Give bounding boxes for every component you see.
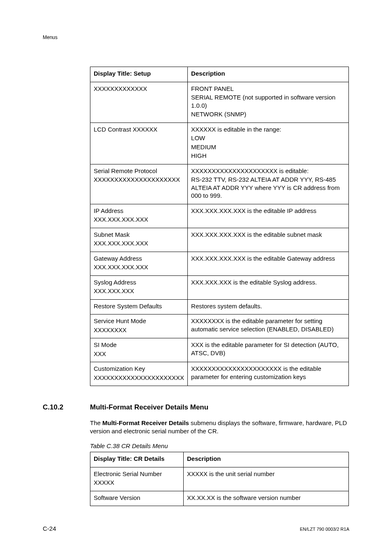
table-row: Customization KeyXXXXXXXXXXXXXXXXXXXXXXX… — [90, 362, 349, 386]
table-cell-line: XXXXXXXXXXXXXXXXXXXXXX — [94, 374, 184, 382]
table-cell-line: Service Hunt Mode — [94, 317, 184, 325]
table-cell: XXX is the editable parameter for SI det… — [188, 338, 349, 362]
table-cell-line: XXXXXXXXXXXXXXXXXXXXX is editable: — [191, 167, 345, 175]
table2-header-col1: Display Title: CR Details — [90, 452, 184, 467]
table-cell-line: Serial Remote Protocol — [94, 167, 184, 175]
table-row: Software VersionXX.XX.XX is the software… — [90, 491, 349, 506]
table-row: Serial Remote ProtocolXXXXXXXXXXXXXXXXXX… — [90, 164, 349, 204]
table-cell: XXXXXX is editable in the range:LOWMEDIU… — [188, 123, 349, 164]
table-cell-line: XXXXXXXX — [94, 326, 184, 334]
table-cell: SI ModeXXX — [90, 338, 188, 362]
table1-header-col1: Display Title: Setup — [90, 67, 188, 82]
cr-details-table: Display Title: CR Details Description El… — [90, 452, 349, 506]
table-row: Syslog AddressXXX.XXX.XXXXXX.XXX.XXX is … — [90, 275, 349, 299]
table-cell-line: SI Mode — [94, 341, 184, 349]
table-cell-line: IP Address — [94, 207, 184, 215]
section-title: Multi-Format Receiver Details Menu — [90, 403, 208, 412]
table-cell-line: Software Version — [94, 494, 180, 502]
table-cell: XXX.XXX.XXX.XXX is the editable Gateway … — [188, 252, 349, 275]
table-cell-line: XXX.XXX.XXX.XXX — [94, 215, 184, 224]
table-cell-line: Gateway Address — [94, 254, 184, 263]
table-cell-line: XXXXXXXXXXXXX — [94, 85, 184, 93]
table-row: IP AddressXXX.XXX.XXX.XXXXXX.XXX.XXX.XXX… — [90, 204, 349, 228]
intro-bold: Multi-Format Receiver Details — [102, 419, 189, 426]
setup-table: Display Title: Setup Description XXXXXXX… — [90, 67, 349, 386]
table1-header-col2: Description — [188, 67, 349, 82]
table-cell-line: XXX — [94, 350, 184, 358]
page-number: C-24 — [43, 525, 56, 532]
table-cell-line: XXX is the editable parameter for SI det… — [191, 341, 345, 357]
table-cell-line: XXX.XXX.XXX.XXX — [94, 263, 184, 271]
table-cell: IP AddressXXX.XXX.XXX.XXX — [90, 204, 188, 228]
table-cell-line: LOW — [191, 134, 345, 142]
table-cell-line: Subnet Mask — [94, 231, 184, 239]
table-cell: XXXXXXXXXXXXX — [90, 82, 188, 123]
table-cell: LCD Contrast XXXXXX — [90, 123, 188, 164]
table-cell-line: XXX.XXX.XXX.XXX — [94, 239, 184, 247]
table-cell: FRONT PANELSERIAL REMOTE (not supported … — [188, 82, 349, 123]
table-row: Service Hunt ModeXXXXXXXXXXXXXXXX is the… — [90, 314, 349, 338]
table-row: Subnet MaskXXX.XXX.XXX.XXXXXX.XXX.XXX.XX… — [90, 228, 349, 252]
table-cell-line: XXX.XXX.XXX.XXX is the editable subnet m… — [191, 231, 345, 239]
table-cell-line: XXXXXXXXXXXXXXXXXXXXX — [94, 176, 184, 184]
table-row: LCD Contrast XXXXXXXXXXXX is editable in… — [90, 123, 349, 164]
table-cell: XXX.XXX.XXX is the editable Syslog addre… — [188, 275, 349, 299]
table-cell-line: Syslog Address — [94, 278, 184, 287]
table-cell-line: LCD Contrast XXXXXX — [94, 125, 184, 134]
table-cell: Subnet MaskXXX.XXX.XXX.XXX — [90, 228, 188, 252]
table-cell: Syslog AddressXXX.XXX.XXX — [90, 275, 188, 299]
table-cell-line: XXX.XXX.XXX.XXX is the editable Gateway … — [191, 254, 345, 263]
table-cell-line: XXX.XXX.XXX is the editable Syslog addre… — [191, 278, 345, 287]
table2-caption: Table C.38 CR Details Menu — [90, 442, 349, 449]
table-cell: XXXXXXXXXXXXXXXXXXXXX is editable:RS-232… — [188, 164, 349, 204]
table-cell-line: MEDIUM — [191, 143, 345, 151]
table-cell: Service Hunt ModeXXXXXXXX — [90, 314, 188, 338]
table-cell-line: XXXXXX is editable in the range: — [191, 125, 345, 134]
table-cell-line: HIGH — [191, 152, 345, 160]
table-row: Restore System DefaultsRestores system d… — [90, 299, 349, 314]
table-cell: XX.XX.XX is the software version number — [184, 491, 349, 506]
table-cell-line: Restore System Defaults — [94, 302, 184, 310]
table-cell-line: XXXXX — [94, 479, 180, 487]
table-cell: Restore System Defaults — [90, 299, 188, 314]
table-cell: XXX.XXX.XXX.XXX is the editable IP addre… — [188, 204, 349, 228]
table-cell-line: XXXXXXXXXXXXXXXXXXXXXX is the editable p… — [191, 365, 345, 381]
table-cell: Electronic Serial NumberXXXXX — [90, 467, 184, 491]
table-cell-line: NETWORK (SNMP) — [191, 110, 345, 118]
intro-prefix: The — [90, 419, 102, 426]
section-number: C.10.2 — [43, 403, 90, 412]
section-intro: The Multi-Format Receiver Details submen… — [90, 419, 349, 435]
table-cell-line: Restores system defaults. — [191, 302, 345, 310]
table-row: Gateway AddressXXX.XXX.XXX.XXXXXX.XXX.XX… — [90, 252, 349, 275]
table-cell: Serial Remote ProtocolXXXXXXXXXXXXXXXXXX… — [90, 164, 188, 204]
table-cell: XXXXX is the unit serial number — [184, 467, 349, 491]
breadcrumb: Menus — [43, 35, 58, 40]
table-row: Electronic Serial NumberXXXXXXXXXX is th… — [90, 467, 349, 491]
table-cell-line: RS-232 TTV, RS-232 ALTEIA AT ADDR YYY, R… — [191, 176, 345, 200]
table-cell-line: Electronic Serial Number — [94, 470, 180, 478]
table-cell: Software Version — [90, 491, 184, 506]
table-row: SI ModeXXXXXX is the editable parameter … — [90, 338, 349, 362]
table-cell-line: SERIAL REMOTE (not supported in software… — [191, 93, 345, 109]
table2-header-col2: Description — [184, 452, 349, 467]
table-cell-line: XXXXXXXX is the editable parameter for s… — [191, 317, 345, 333]
table-cell-line: Customization Key — [94, 365, 184, 373]
table-cell: Restores system defaults. — [188, 299, 349, 314]
table-cell: XXXXXXXXXXXXXXXXXXXXXX is the editable p… — [188, 362, 349, 386]
table-cell-line: XXX.XXX.XXX.XXX is the editable IP addre… — [191, 207, 345, 215]
table-cell-line: XX.XX.XX is the software version number — [187, 494, 345, 502]
table-cell-line: FRONT PANEL — [191, 85, 345, 93]
table-cell: XXX.XXX.XXX.XXX is the editable subnet m… — [188, 228, 349, 252]
doc-id: EN/LZT 790 0003/2 R1A — [300, 527, 349, 532]
table-cell-line: XXX.XXX.XXX — [94, 287, 184, 295]
table-cell: Gateway AddressXXX.XXX.XXX.XXX — [90, 252, 188, 275]
table-cell: XXXXXXXX is the editable parameter for s… — [188, 314, 349, 338]
table-row: XXXXXXXXXXXXXFRONT PANELSERIAL REMOTE (n… — [90, 82, 349, 123]
table-cell: Customization KeyXXXXXXXXXXXXXXXXXXXXXX — [90, 362, 188, 386]
table-cell-line: XXXXX is the unit serial number — [187, 470, 345, 478]
